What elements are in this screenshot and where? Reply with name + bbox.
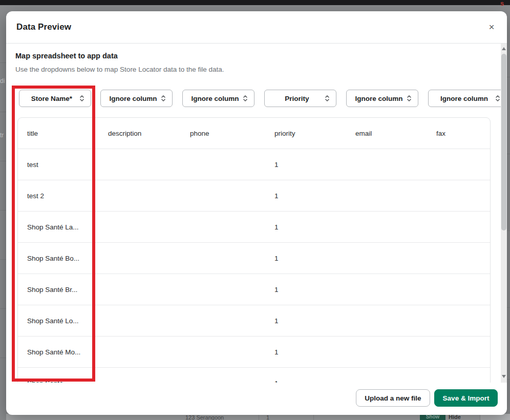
background-table-line: [0, 161, 6, 161]
table-cell: 1: [274, 255, 355, 262]
table-row: test 21: [18, 180, 490, 212]
table-cell: Shop Santé Bo...: [27, 255, 108, 262]
mapping-dropdown-row: Store Name*Ignore columnIgnore columnPri…: [6, 44, 507, 115]
background-table-line: [0, 210, 6, 211]
modal-footer: Upload a new file Save & Import: [6, 383, 507, 415]
scrollbar-thumb[interactable]: [501, 54, 506, 230]
table-cell: phone: [190, 130, 274, 137]
background-table-line: [0, 259, 6, 260]
background-table-line: [507, 154, 510, 154]
scrollbar-track[interactable]: [501, 44, 507, 383]
table-row: Shop Santé La...1: [18, 212, 490, 243]
background-table-line: [507, 379, 510, 380]
column-mapping-select-4[interactable]: Priority: [264, 90, 336, 107]
table-cell: Shop Santé Lo...: [27, 317, 108, 325]
column-mapping-select-2[interactable]: Ignore column: [100, 90, 173, 107]
table-cell: Shop Santé Mo...: [27, 348, 108, 356]
background-table-line: [0, 358, 6, 358]
table-cell: 1: [274, 286, 355, 293]
background-topbar: [0, 0, 510, 5]
column-mapping-select-3[interactable]: Ignore column: [182, 90, 254, 107]
background-table-line: [0, 112, 6, 112]
table-cell: description: [108, 130, 190, 137]
table-row: Shop Santé1: [18, 368, 490, 383]
modal-body: Map spreadsheet to app data Use the drop…: [6, 44, 507, 383]
background-table-line: [507, 307, 510, 308]
background-text-fragment: tr: [0, 132, 4, 138]
background-table-line: [507, 230, 510, 231]
updown-chevron-icon: [160, 94, 166, 102]
column-mapping-select-6[interactable]: Ignore column: [428, 90, 507, 107]
table-row: test1: [18, 149, 490, 180]
data-preview-modal: Data Preview × Map spreadsheet to app da…: [6, 11, 507, 415]
table-cell: Shop Santé Br...: [27, 286, 108, 293]
table-cell: Shop Santé La...: [27, 223, 108, 231]
modal-title: Data Preview: [16, 22, 71, 32]
background-table-line: [0, 62, 6, 63]
background-text-fragment: di: [0, 78, 5, 84]
table-cell: title: [27, 130, 108, 137]
scrollbar-up-arrow-icon[interactable]: [502, 47, 506, 50]
modal-header: Data Preview ×: [6, 11, 507, 44]
column-mapping-select-5[interactable]: Ignore column: [346, 90, 418, 107]
table-cell: 1: [274, 317, 355, 325]
table-cell: test: [27, 161, 108, 169]
table-cell: 1: [274, 348, 355, 356]
table-row: Shop Santé Lo...1: [18, 305, 490, 337]
preview-table: titledescriptionphonepriorityemailfaxtes…: [17, 117, 491, 383]
close-icon[interactable]: ×: [484, 20, 499, 34]
background-text-fragment: s: [500, 0, 504, 7]
table-row: Shop Santé Br...1: [18, 274, 490, 305]
table-cell: email: [355, 130, 436, 137]
select-value: Ignore column: [429, 95, 495, 102]
table-cell: priority: [274, 130, 355, 137]
upload-new-file-button[interactable]: Upload a new file: [356, 389, 430, 407]
table-cell: test 2: [27, 192, 108, 200]
select-value: Ignore column: [101, 95, 160, 102]
save-import-button[interactable]: Save & Import: [434, 389, 498, 407]
table-row: Shop Santé Mo...1: [18, 337, 490, 368]
select-value: Ignore column: [183, 95, 242, 102]
hide-label: Hide: [449, 414, 461, 420]
scrollbar-down-arrow-icon[interactable]: [502, 375, 506, 378]
column-mapping-select-1[interactable]: Store Name*: [19, 90, 91, 107]
background-table-line: [0, 308, 6, 309]
updown-chevron-icon: [79, 94, 85, 102]
table-header-row: titledescriptionphonepriorityemailfax: [18, 118, 490, 149]
table-cell: 1: [274, 161, 355, 169]
select-value: Store Name*: [19, 95, 79, 102]
table-cell: 1: [274, 223, 355, 231]
updown-chevron-icon: [406, 94, 412, 102]
table-row: Shop Santé Bo...1: [18, 243, 490, 274]
select-value: Priority: [265, 95, 324, 102]
background-priority-text: 1: [266, 414, 269, 420]
updown-chevron-icon: [242, 94, 248, 102]
background-table-line: [507, 77, 510, 77]
table-cell: fax: [436, 130, 481, 137]
updown-chevron-icon: [324, 94, 330, 102]
select-value: Ignore column: [347, 95, 406, 102]
updown-chevron-icon: [495, 94, 501, 102]
table-cell: 1: [274, 192, 355, 200]
background-address-text: 123 Serangoon: [185, 414, 224, 420]
